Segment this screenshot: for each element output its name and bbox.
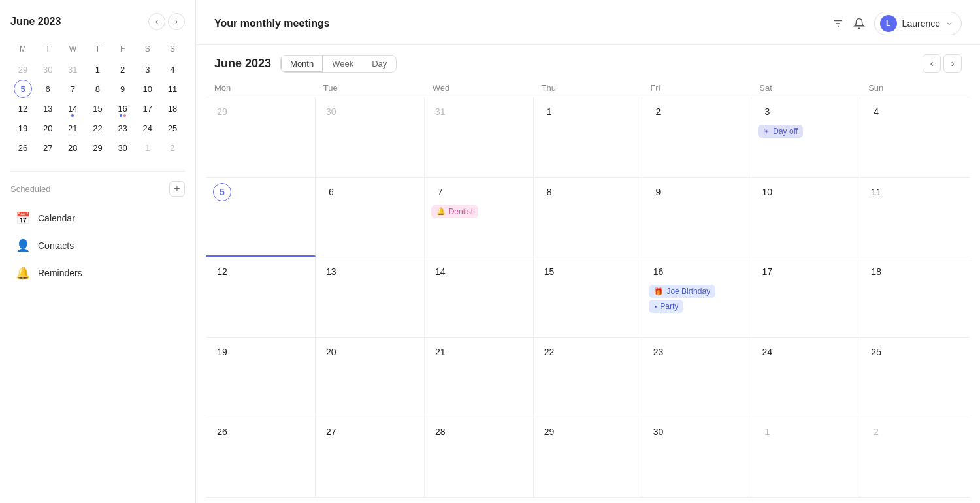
cal-cell[interactable]: 14: [425, 257, 534, 337]
cal-cell[interactable]: 13: [316, 257, 425, 337]
mini-day[interactable]: 25: [163, 119, 182, 137]
cal-cell[interactable]: 2: [860, 417, 970, 497]
mini-day[interactable]: 11: [163, 80, 182, 98]
mini-day[interactable]: 6: [39, 80, 57, 98]
cal-cell[interactable]: 29: [534, 417, 643, 497]
mini-day[interactable]: 5: [14, 80, 32, 98]
mini-day[interactable]: 24: [139, 119, 157, 137]
mini-day[interactable]: 20: [39, 119, 57, 137]
mini-day[interactable]: 8: [88, 80, 106, 98]
view-tab-week[interactable]: Week: [323, 56, 363, 72]
cal-cell[interactable]: 28: [425, 417, 534, 497]
cal-cell[interactable]: 20: [316, 338, 425, 417]
mini-day[interactable]: 21: [63, 119, 82, 137]
sidebar-nav-item[interactable]: 👤Contacts: [10, 232, 185, 259]
cal-cell[interactable]: 23: [642, 338, 751, 417]
mini-next-btn[interactable]: ›: [168, 13, 185, 30]
mini-day[interactable]: 15: [88, 99, 106, 118]
mini-day[interactable]: 18: [163, 99, 182, 118]
add-scheduled-btn[interactable]: +: [169, 181, 185, 197]
mini-day[interactable]: 23: [114, 119, 132, 137]
event-label: Joe Birthday: [666, 287, 710, 296]
notification-btn[interactable]: [853, 18, 865, 29]
cal-next-btn[interactable]: ›: [943, 54, 962, 73]
cal-cell[interactable]: 27: [316, 417, 425, 497]
cal-cell[interactable]: 19: [206, 338, 316, 417]
cal-cell[interactable]: 22: [534, 338, 643, 417]
event-pill[interactable]: ☀Day off: [758, 125, 803, 138]
cell-day: 24: [758, 343, 776, 361]
user-menu-btn[interactable]: L Laurence: [874, 12, 962, 35]
cal-cell[interactable]: 4: [860, 97, 970, 177]
cell-day: 30: [322, 103, 340, 121]
mini-day[interactable]: 13: [39, 99, 57, 118]
nav-icon: 🔔: [16, 266, 30, 280]
mini-day[interactable]: 19: [14, 119, 32, 137]
cal-prev-btn[interactable]: ‹: [923, 54, 941, 73]
cal-weekday: Wed: [425, 79, 534, 97]
cal-cell[interactable]: 25: [860, 338, 970, 417]
cal-cell[interactable]: 10: [751, 178, 860, 257]
cal-cell[interactable]: 16🎁Joe Birthday•Party: [642, 257, 751, 337]
mini-day[interactable]: 12: [14, 99, 32, 118]
view-tab-day[interactable]: Day: [363, 56, 396, 72]
cal-cell[interactable]: 31: [425, 97, 534, 177]
cell-day: 29: [540, 423, 559, 441]
cal-cell[interactable]: 15: [534, 257, 643, 337]
sidebar-nav-item[interactable]: 🔔Reminders: [10, 259, 185, 287]
cal-cell[interactable]: 1: [751, 417, 860, 497]
event-pill[interactable]: 🔔Dentist: [431, 205, 478, 218]
mini-day[interactable]: 30: [39, 60, 57, 78]
cal-weekday: Sat: [751, 79, 860, 97]
cal-cell[interactable]: 5: [206, 178, 316, 257]
mini-day[interactable]: 10: [139, 80, 157, 98]
mini-day[interactable]: 17: [139, 99, 157, 118]
cal-cell[interactable]: 9: [642, 178, 751, 257]
cal-cell[interactable]: 6: [316, 178, 425, 257]
cal-week: 262728293012: [206, 417, 970, 498]
view-tab-month[interactable]: Month: [281, 56, 323, 72]
cal-cell[interactable]: 11: [860, 178, 970, 257]
mini-day[interactable]: 26: [14, 138, 32, 157]
cell-day: 15: [540, 263, 559, 281]
mini-day[interactable]: 1: [88, 60, 106, 78]
cal-cell[interactable]: 24: [751, 338, 860, 417]
cal-cell[interactable]: 18: [860, 257, 970, 337]
cal-cell[interactable]: 30: [642, 417, 751, 497]
filter-btn[interactable]: [832, 18, 844, 29]
mini-day[interactable]: 2: [163, 138, 182, 157]
mini-day[interactable]: 30: [114, 138, 132, 157]
mini-day[interactable]: 3: [139, 60, 157, 78]
mini-day[interactable]: 28: [63, 138, 82, 157]
mini-day[interactable]: 14: [63, 99, 82, 118]
cal-cell[interactable]: 8: [534, 178, 643, 257]
cal-cell[interactable]: 17: [751, 257, 860, 337]
mini-prev-btn[interactable]: ‹: [148, 13, 165, 30]
mini-day[interactable]: 22: [88, 119, 106, 137]
mini-day[interactable]: 4: [163, 60, 182, 78]
mini-day[interactable]: 16: [114, 99, 132, 118]
cal-cell[interactable]: 1: [534, 97, 643, 177]
event-pill[interactable]: •Party: [649, 300, 683, 313]
cell-day: 30: [649, 423, 667, 441]
cal-cell[interactable]: 2: [642, 97, 751, 177]
cal-cell[interactable]: 30: [316, 97, 425, 177]
cell-day: 31: [431, 103, 449, 121]
event-pill[interactable]: 🎁Joe Birthday: [649, 285, 715, 298]
mini-day[interactable]: 7: [63, 80, 82, 98]
mini-day[interactable]: 29: [88, 138, 106, 157]
cal-cell[interactable]: 21: [425, 338, 534, 417]
mini-day[interactable]: 27: [39, 138, 57, 157]
mini-day[interactable]: 29: [14, 60, 32, 78]
mini-day[interactable]: 2: [114, 60, 132, 78]
mini-day[interactable]: 1: [139, 138, 157, 157]
mini-day[interactable]: 31: [63, 60, 82, 78]
cal-cell[interactable]: 26: [206, 417, 316, 497]
cal-cell[interactable]: 7🔔Dentist: [425, 178, 534, 257]
mini-day[interactable]: 9: [114, 80, 132, 98]
cal-cell[interactable]: 12: [206, 257, 316, 337]
cal-cell[interactable]: 3☀Day off: [751, 97, 860, 177]
nav-items: 📅Calendar👤Contacts🔔Reminders: [10, 204, 185, 287]
cal-cell[interactable]: 29: [206, 97, 316, 177]
sidebar-nav-item[interactable]: 📅Calendar: [10, 204, 185, 232]
